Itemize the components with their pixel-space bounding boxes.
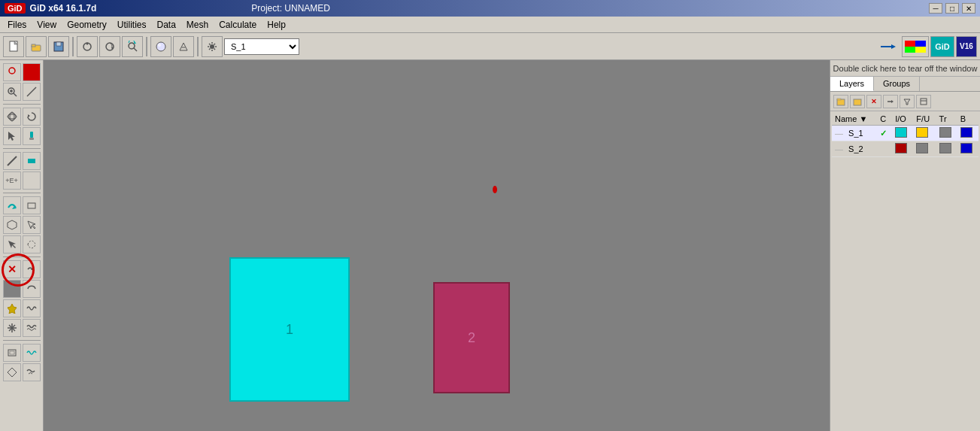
- layers-content: Name ▼ C I/O F/U Tr B — S_1: [830, 111, 980, 159]
- layer-name-s1[interactable]: — S_1: [832, 126, 877, 141]
- menu-calculate[interactable]: Calculate: [214, 18, 261, 32]
- diamond-button[interactable]: [3, 363, 21, 381]
- minimize-button[interactable]: ─: [929, 3, 942, 14]
- menu-help[interactable]: Help: [262, 18, 290, 32]
- view-zoom-button[interactable]: [122, 36, 143, 57]
- wireframe-button[interactable]: [173, 36, 194, 57]
- rotate-button[interactable]: [23, 108, 41, 126]
- tear-off-bar[interactable]: Double click here to tear off the window: [830, 60, 980, 77]
- select2-button[interactable]: [3, 235, 21, 253]
- svg-line-42: [8, 156, 17, 165]
- new-file-button[interactable]: [3, 36, 24, 57]
- box2-button[interactable]: [3, 344, 21, 362]
- svg-line-49: [12, 223, 17, 225]
- shape-1[interactable]: 1: [229, 257, 350, 402]
- menu-files[interactable]: Files: [3, 18, 31, 32]
- draw-point-button[interactable]: [23, 83, 41, 101]
- layer-b-s2[interactable]: [957, 141, 978, 157]
- svg-line-31: [14, 93, 17, 96]
- layer-tr-s1[interactable]: [936, 126, 957, 141]
- delete-button[interactable]: ✕: [3, 260, 21, 278]
- pointer-button[interactable]: [23, 216, 41, 234]
- version-button: V16: [956, 36, 977, 57]
- stamp-button[interactable]: [3, 299, 21, 317]
- menu-utilities[interactable]: Utilities: [113, 18, 151, 32]
- svg-rect-43: [28, 159, 35, 163]
- separate-layers-button[interactable]: [3, 196, 21, 214]
- layer-name-s2[interactable]: — S_2: [832, 141, 877, 157]
- curve-button[interactable]: [23, 280, 41, 298]
- menu-view[interactable]: View: [32, 18, 61, 32]
- svg-marker-38: [28, 114, 30, 117]
- paint-button[interactable]: [23, 127, 41, 145]
- view-point-button[interactable]: [77, 36, 98, 57]
- layer-io-s1[interactable]: [913, 126, 936, 141]
- rotate-3d-button[interactable]: [3, 108, 21, 126]
- move-button[interactable]: [23, 260, 41, 278]
- main-toolbar: S_1 S_2 GiD V16: [0, 33, 980, 60]
- layer-row-s2[interactable]: — S_2: [832, 141, 978, 157]
- gray-box-button[interactable]: [3, 280, 21, 298]
- layer-check-s2[interactable]: [877, 141, 892, 157]
- select-button[interactable]: [3, 63, 21, 81]
- pick-button[interactable]: [3, 127, 21, 145]
- layer-color-s1[interactable]: [892, 126, 913, 141]
- tab-layers[interactable]: Layers: [830, 77, 874, 91]
- view-rotate-button[interactable]: [99, 36, 120, 57]
- arrow-right-button[interactable]: [879, 36, 900, 57]
- wave-button[interactable]: [23, 299, 41, 317]
- settings-button[interactable]: [202, 36, 223, 57]
- color-palette-button[interactable]: [902, 36, 929, 57]
- add-point-button[interactable]: +E+: [3, 171, 21, 190]
- zoom-in-button[interactable]: [3, 83, 21, 101]
- draw-surface-button[interactable]: [23, 196, 41, 214]
- toolbar-sep-1: [72, 37, 74, 56]
- window-controls[interactable]: ─ □ ✕: [929, 3, 975, 14]
- left-sep-4: [3, 256, 41, 257]
- gid-logo-button[interactable]: GiD: [930, 36, 954, 57]
- layer-b-s1[interactable]: [957, 126, 978, 141]
- col-fu: F/U: [913, 113, 936, 126]
- canvas-area[interactable]: 1 2: [44, 60, 830, 431]
- blank-button[interactable]: [23, 171, 41, 190]
- new-layer-button[interactable]: [833, 95, 848, 108]
- shape-2-label: 2: [468, 330, 475, 346]
- delete-layer-button[interactable]: ✕: [866, 95, 881, 108]
- menu-data[interactable]: Data: [153, 18, 181, 32]
- star-button[interactable]: [3, 319, 21, 337]
- app-logo: GiD: [5, 3, 26, 14]
- svg-marker-15: [180, 43, 187, 50]
- layer-arrow-button[interactable]: [883, 95, 898, 108]
- shape-2[interactable]: 2: [433, 282, 510, 393]
- left-toolbar: +E+: [0, 60, 44, 431]
- layer-row-s1[interactable]: — S_1 ✓: [832, 126, 978, 141]
- render-button[interactable]: [150, 36, 171, 57]
- line2-button[interactable]: [23, 152, 41, 170]
- line-button[interactable]: [3, 152, 21, 170]
- close-button[interactable]: ✕: [962, 3, 975, 14]
- menu-geometry[interactable]: Geometry: [62, 18, 111, 32]
- new-layer-btn2[interactable]: [850, 95, 865, 108]
- svg-point-29: [28, 68, 35, 76]
- layer-tr-s2[interactable]: [936, 141, 957, 157]
- lasso-button[interactable]: [23, 235, 41, 253]
- wave3-button[interactable]: [23, 344, 41, 362]
- wave2-button[interactable]: [23, 319, 41, 337]
- tab-groups[interactable]: Groups: [874, 77, 920, 91]
- menu-mesh[interactable]: Mesh: [182, 18, 213, 32]
- col-name[interactable]: Name ▼: [832, 113, 877, 126]
- point-button[interactable]: [23, 63, 41, 81]
- maximize-button[interactable]: □: [945, 3, 959, 14]
- save-file-button[interactable]: [48, 36, 69, 57]
- open-file-button[interactable]: [26, 36, 47, 57]
- layer-io-s2[interactable]: [913, 141, 936, 157]
- col-tr: Tr: [936, 113, 957, 126]
- layer-dropdown[interactable]: S_1 S_2: [224, 38, 299, 55]
- cube-button[interactable]: [3, 216, 21, 234]
- filter-button[interactable]: [900, 95, 915, 108]
- panel-settings-button[interactable]: [916, 95, 931, 108]
- layer-color-s2[interactable]: [892, 141, 913, 157]
- wave4-button[interactable]: [23, 363, 41, 381]
- layer-check-s1[interactable]: ✓: [877, 126, 892, 141]
- svg-point-14: [158, 44, 161, 47]
